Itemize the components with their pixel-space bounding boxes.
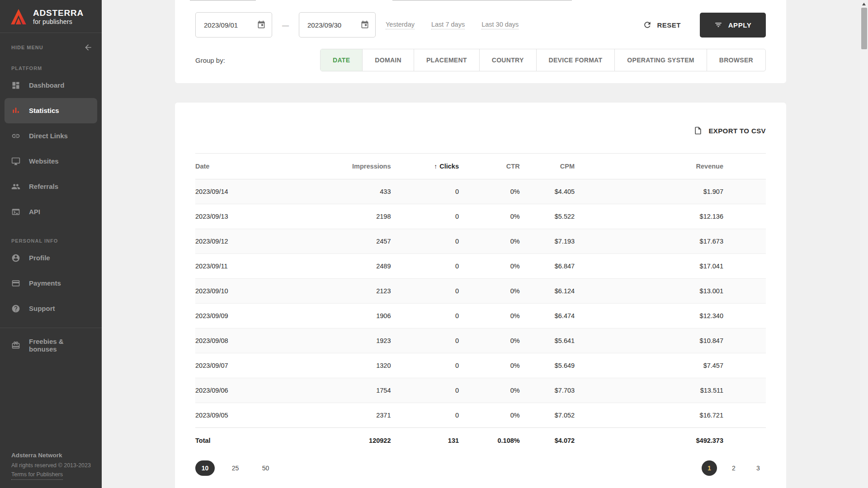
quick-range-last-7-days[interactable]: Last 7 days [431,21,465,29]
cell-clicks: 0 [391,229,459,254]
cell-clicks: 0 [391,304,459,328]
gift-icon [11,341,20,350]
sidebar-item-label: Payments [29,279,61,287]
export-to-csv-button[interactable]: EXPORT TO CSV [195,103,766,135]
page-size-25[interactable]: 25 [226,460,245,476]
total-clicks: 131 [391,428,459,454]
table-row: 2023/09/06175400%$7.703$13.511 [195,378,766,403]
tab-date[interactable]: DATE [321,49,362,71]
date-to-input[interactable]: 2023/09/30 [299,12,376,38]
hide-menu-label: HIDE MENU [11,45,43,50]
column-header-date[interactable]: Date [195,154,285,179]
table-row: 2023/09/13219800%$5.522$12.136 [195,204,766,229]
column-header-ctr[interactable]: CTR [459,154,520,179]
sidebar-item-dashboard[interactable]: Dashboard [5,73,97,98]
sidebar-item-payments[interactable]: Payments [5,271,97,296]
cell-date: 2023/09/11 [195,254,285,279]
tab-browser[interactable]: BROWSER [707,49,765,71]
table-row: 2023/09/12245700%$7.193$17.673 [195,229,766,254]
cell-ctr: 0% [459,254,520,279]
cell-revenue: $12.340 [575,304,766,328]
calendar-icon[interactable] [257,20,266,29]
table-total-row: Total1209221310.108%$4.072$492.373 [195,428,766,454]
cell-ctr: 0% [459,229,520,254]
page-size-50[interactable]: 50 [256,460,275,476]
tab-country[interactable]: COUNTRY [479,49,536,71]
cell-revenue: $7.457 [575,353,766,378]
sidebar-item-label: Websites [29,157,59,165]
date-from-input[interactable]: 2023/09/01 [195,12,272,38]
quick-range-yesterday[interactable]: Yesterday [386,21,415,29]
terminal-icon [11,207,20,216]
truncated-field-underline [190,0,256,0]
sidebar-item-freebies-bonuses[interactable]: Freebies & bonuses [5,333,97,358]
calendar-icon[interactable] [360,20,369,29]
dashboard-icon [11,81,20,90]
apply-button[interactable]: APPLY [700,13,766,38]
cell-clicks: 0 [391,204,459,229]
column-header-clicks[interactable]: ↑Clicks [391,154,459,179]
page-1[interactable]: 1 [702,460,717,476]
column-header-revenue[interactable]: Revenue [575,154,766,179]
tab-device-format[interactable]: DEVICE FORMAT [536,49,615,71]
tab-placement[interactable]: PLACEMENT [414,49,479,71]
brand-logo[interactable]: ADSTERRA for publishers [0,0,102,33]
page-2[interactable]: 2 [726,460,741,476]
reset-button[interactable]: RESET [643,20,681,29]
cell-clicks: 0 [391,403,459,428]
cell-impressions: 1923 [285,328,391,353]
page-3[interactable]: 3 [750,460,766,476]
sidebar-item-label: Direct Links [29,132,68,140]
quick-range-last-30-days[interactable]: Last 30 days [481,21,519,29]
column-header-cpm[interactable]: CPM [520,154,575,179]
date-range-separator: — [282,21,289,29]
cell-revenue: $10.847 [575,328,766,353]
date-to-value: 2023/09/30 [307,21,341,29]
hide-menu-toggle[interactable]: HIDE MENU [0,33,102,52]
sidebar-item-label: Profile [29,254,50,262]
vertical-scrollbar[interactable] [860,0,868,488]
cell-impressions: 1754 [285,378,391,403]
cell-cpm: $6.474 [520,304,575,328]
pagination: 123 [702,460,766,476]
sidebar-item-support[interactable]: Support [5,296,97,321]
page-size-10[interactable]: 10 [195,460,215,476]
table-row: 2023/09/08192300%$5.641$10.847 [195,328,766,353]
sidebar-item-label: Statistics [29,107,59,114]
cell-clicks: 0 [391,378,459,403]
cell-revenue: $13.001 [575,279,766,304]
tab-domain[interactable]: DOMAIN [362,49,414,71]
terms-link[interactable]: Terms for Publishers [11,470,63,480]
cell-date: 2023/09/13 [195,204,285,229]
sidebar-item-statistics[interactable]: Statistics [5,98,97,123]
cell-impressions: 433 [285,179,391,204]
scrollbar-thumb[interactable] [861,8,867,49]
column-header-impressions[interactable]: Impressions [285,154,391,179]
scroll-up-arrow-icon[interactable] [862,3,866,5]
rights-text: All rights reserved © 2013-2023 [11,461,96,470]
sidebar-item-profile[interactable]: Profile [5,245,97,271]
tab-operating-system[interactable]: OPERATING SYSTEM [614,49,706,71]
sidebar-divider [0,328,102,328]
refresh-icon [643,20,652,29]
sidebar-item-websites[interactable]: Websites [5,149,97,174]
group-by-tabs: DATEDOMAINPLACEMENTCOUNTRYDEVICE FORMATO… [320,49,766,71]
column-label: CPM [560,163,575,170]
table-row: 2023/09/09190600%$6.474$12.340 [195,304,766,328]
people-icon [11,182,20,191]
statistics-panel: EXPORT TO CSV DateImpressions↑ClicksCTRC… [175,103,786,488]
sidebar-item-referrals[interactable]: Referrals [5,174,97,199]
total-cpm: $4.072 [520,428,575,454]
sort-asc-icon: ↑ [434,163,437,170]
sidebar-item-api[interactable]: API [5,199,97,225]
cell-impressions: 2371 [285,403,391,428]
date-from-value: 2023/09/01 [204,21,238,29]
cell-date: 2023/09/14 [195,179,285,204]
filter-panel: 2023/09/01 — 2023/09/30 YesterdayLast 7 … [175,0,786,83]
cell-clicks: 0 [391,328,459,353]
cell-revenue: $12.136 [575,204,766,229]
monitor-icon [11,157,20,166]
cell-impressions: 1906 [285,304,391,328]
sidebar-item-direct-links[interactable]: Direct Links [5,123,97,149]
main-content: 2023/09/01 — 2023/09/30 YesterdayLast 7 … [102,0,868,488]
